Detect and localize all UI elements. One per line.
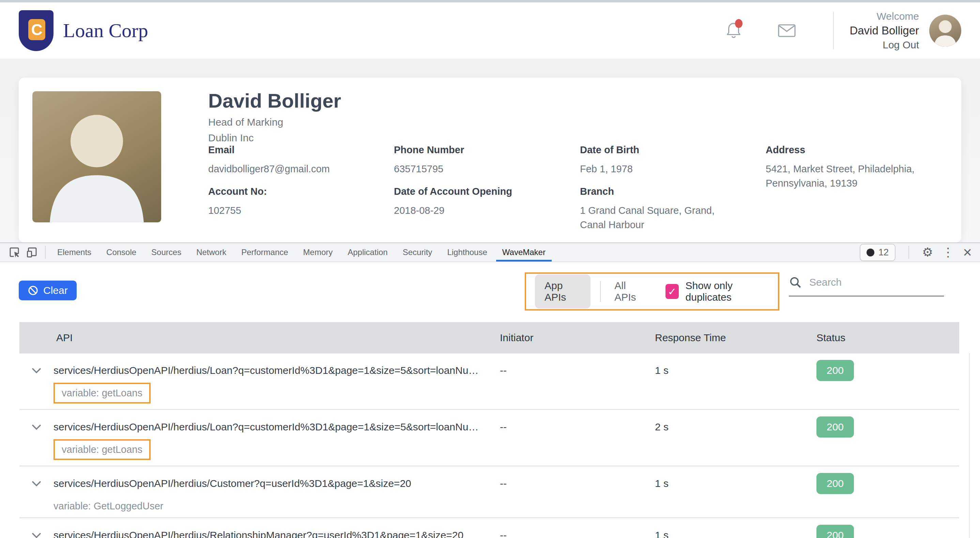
welcome-text: Welcome: [850, 9, 919, 24]
chevron-down-icon[interactable]: [31, 480, 42, 487]
clear-button[interactable]: Clear: [19, 281, 77, 300]
status-badge: 200: [816, 473, 854, 494]
response-time-cell: 1 s: [655, 473, 816, 494]
tab-console[interactable]: Console: [99, 243, 144, 262]
chevron-down-icon[interactable]: [31, 424, 42, 430]
tab-lighthouse[interactable]: Lighthouse: [439, 243, 495, 262]
window-top-edge: [0, 0, 980, 2]
status-badge: 200: [816, 360, 854, 381]
initiator-cell: --: [500, 416, 655, 438]
notification-badge-dot: [735, 19, 743, 28]
api-url[interactable]: services/HerdiusOpenAPI/herdius/Relation…: [54, 524, 500, 538]
field-account-no: Account No: 102755: [208, 186, 368, 217]
tab-application[interactable]: Application: [340, 243, 395, 262]
console-message-count-badge[interactable]: 12: [860, 244, 896, 261]
field-value: 1 Grand Canal Square, Grand, Canal Harbo…: [580, 203, 740, 232]
tab-elements[interactable]: Elements: [50, 243, 99, 262]
profile-company: Dublin Inc: [208, 132, 253, 144]
loan-corp-logo-icon: C: [19, 10, 54, 51]
field-address: Address 5421, Market Street, Philadelphi…: [766, 144, 926, 190]
logout-link[interactable]: Log Out: [850, 38, 919, 52]
tab-memory[interactable]: Memory: [296, 243, 340, 262]
field-value: 102755: [208, 203, 368, 217]
chevron-down-icon[interactable]: [31, 532, 42, 538]
show-only-duplicates-checkbox[interactable]: ✓: [665, 284, 678, 299]
field-phone: Phone Number 635715795: [394, 144, 554, 176]
field-label: Email: [208, 144, 368, 156]
field-branch: Branch 1 Grand Canal Square, Grand, Cana…: [580, 186, 740, 232]
field-email: Email davidbolliger87@gmail.com: [208, 144, 368, 176]
response-time-cell: 2 s: [655, 416, 816, 438]
field-label: Date of Birth: [580, 144, 740, 156]
chevron-down-icon[interactable]: [31, 367, 42, 374]
table-row: services/HerdiusOpenAPI/herdius/Loan?q=c…: [19, 410, 959, 467]
api-url[interactable]: services/HerdiusOpenAPI/herdius/Customer…: [54, 473, 500, 494]
devtools-tab-bar: ElementsConsoleSourcesNetworkPerformance…: [0, 243, 980, 262]
notifications-bell-icon[interactable]: [724, 21, 744, 40]
response-time-cell: 1 s: [655, 524, 816, 538]
clear-label: Clear: [43, 285, 68, 296]
tab-security[interactable]: Security: [395, 243, 440, 262]
field-value: 635715795: [394, 162, 554, 176]
api-url[interactable]: services/HerdiusOpenAPI/herdius/Loan?q=c…: [54, 360, 500, 381]
app-header: C Loan Corp Welcome David Bolliger Log O…: [0, 2, 980, 59]
field-label: Address: [766, 144, 926, 156]
search-icon: [789, 276, 802, 289]
status-badge: 200: [816, 525, 854, 538]
variable-cell: variable: GetLoggedUser: [54, 496, 500, 512]
profile-name: David Bolliger: [208, 89, 341, 112]
search-field: [789, 276, 944, 297]
brand-logo[interactable]: C Loan Corp: [19, 10, 148, 51]
inspect-element-icon[interactable]: [5, 245, 23, 260]
toolbar-divider: [908, 246, 909, 259]
variable-tag: variable: GetLoggedUser: [54, 496, 163, 512]
devtools-panel: ElementsConsoleSourcesNetworkPerformance…: [0, 243, 980, 538]
field-value: 5421, Market Street, Philadelphia, Penns…: [766, 162, 926, 190]
api-filter-group: App APIs All APIs ✓ Show only duplicates: [525, 272, 779, 311]
api-url[interactable]: services/HerdiusOpenAPI/herdius/Loan?q=c…: [54, 416, 500, 438]
clear-ban-icon: [28, 285, 38, 296]
field-date-of-birth: Date of Birth Feb 1, 1978: [580, 144, 740, 176]
show-only-duplicates-label: Show only duplicates: [686, 280, 769, 303]
field-label: Date of Account Opening: [394, 186, 554, 197]
initiator-cell: --: [500, 524, 655, 538]
table-row: services/HerdiusOpenAPI/herdius/Loan?q=c…: [19, 354, 959, 410]
tab-performance[interactable]: Performance: [234, 243, 296, 262]
logo-letter: C: [28, 19, 45, 40]
close-devtools-icon[interactable]: ×: [963, 246, 972, 259]
brand-name: Loan Corp: [63, 19, 148, 42]
tab-wavemaker[interactable]: WaveMaker: [495, 243, 553, 262]
variable-tag-highlighted: variable: getLoans: [54, 383, 151, 403]
field-label: Phone Number: [394, 144, 554, 156]
api-table-body: services/HerdiusOpenAPI/herdius/Loan?q=c…: [19, 354, 959, 538]
profile-photo: [32, 91, 161, 222]
column-header-initiator: Initiator: [500, 332, 655, 344]
variable-cell: variable: getLoans: [54, 383, 500, 403]
messages-mail-icon[interactable]: [776, 23, 797, 38]
search-input[interactable]: [809, 276, 925, 288]
status-badge: 200: [816, 416, 854, 438]
column-header-response-time: Response Time: [655, 332, 816, 344]
device-toolbar-icon[interactable]: [23, 245, 41, 260]
column-header-status: Status: [816, 332, 959, 344]
header-user-name: David Bolliger: [850, 24, 919, 38]
panel-scroll-edge: [969, 353, 970, 538]
more-options-icon[interactable]: ⋮: [942, 246, 954, 259]
initiator-cell: --: [500, 360, 655, 381]
table-row: services/HerdiusOpenAPI/herdius/Relation…: [19, 518, 959, 538]
field-date-of-account-opening: Date of Account Opening 2018-08-29: [394, 186, 554, 217]
message-dot-icon: [867, 249, 874, 256]
user-avatar[interactable]: [929, 15, 961, 47]
tab-network[interactable]: Network: [189, 243, 234, 262]
devtools-tabs: ElementsConsoleSourcesNetworkPerformance…: [50, 243, 553, 262]
settings-gear-icon[interactable]: ⚙: [922, 246, 933, 259]
all-apis-tab[interactable]: All APIs: [610, 280, 649, 303]
field-value: 2018-08-29: [394, 203, 554, 217]
tab-sources[interactable]: Sources: [144, 243, 189, 262]
field-value: Feb 1, 1978: [580, 162, 740, 176]
api-table: API Initiator Response Time Status servi…: [19, 322, 959, 538]
toolbar-divider: [45, 246, 46, 259]
header-divider: [833, 12, 834, 49]
field-label: Account No:: [208, 186, 368, 197]
app-apis-tab[interactable]: App APIs: [535, 275, 590, 308]
